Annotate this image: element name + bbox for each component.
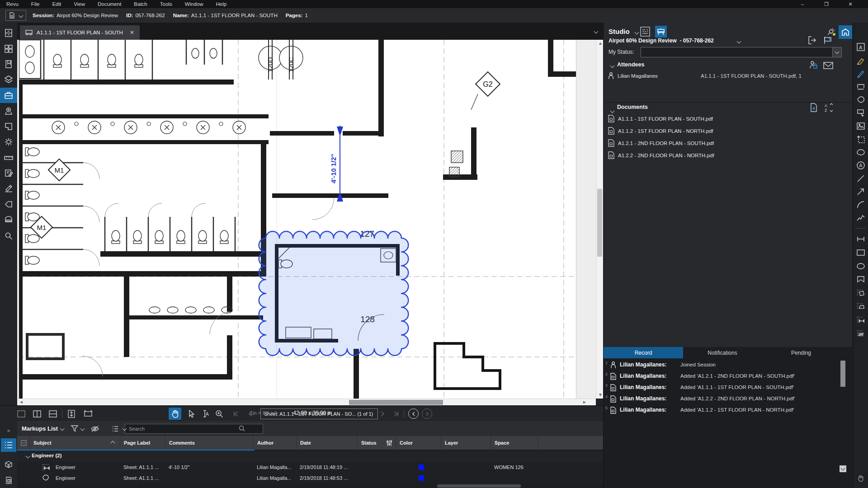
file-access-icon[interactable] — [0, 25, 17, 41]
markups-panel-icon[interactable] — [640, 27, 650, 37]
next-page-icon[interactable] — [376, 408, 389, 420]
tab-close-icon[interactable]: ✕ — [130, 29, 134, 36]
my-status-dropdown-button[interactable] — [832, 47, 842, 57]
arc-tool-icon[interactable] — [857, 201, 865, 209]
measurements-icon[interactable] — [0, 150, 17, 165]
previous-view-button[interactable] — [408, 408, 419, 419]
my-status-dropdown[interactable] — [641, 47, 833, 57]
snapshot-tool-icon[interactable] — [857, 135, 865, 143]
sort-az-icon[interactable]: AZ — [824, 103, 833, 112]
rectangle-sketch-icon[interactable] — [857, 249, 865, 257]
pen-tool-icon[interactable] — [857, 70, 865, 78]
text-tool-icon[interactable]: A — [857, 43, 865, 51]
menu-help[interactable]: Help — [210, 0, 233, 8]
chevron-down-icon[interactable] — [737, 39, 741, 44]
column-header-page-label[interactable]: Page Label — [120, 436, 165, 450]
count-measurement-icon[interactable] — [857, 329, 865, 338]
split-vertical-icon[interactable] — [31, 408, 43, 420]
single-page-view-icon[interactable] — [15, 408, 28, 420]
scroll-left-icon[interactable]: ◄ — [19, 399, 24, 405]
record-entry[interactable]: 3 Lilian Magallanes:Added 'A1.1.1 - 1ST … — [604, 382, 839, 394]
markup-summary-icon[interactable] — [0, 165, 17, 181]
column-header-author[interactable]: Author — [253, 436, 296, 450]
column-header-color[interactable]: Color — [396, 436, 441, 450]
row-icon-column-header[interactable] — [17, 436, 29, 450]
menu-view[interactable]: View — [67, 0, 91, 8]
menu-tools[interactable]: Tools — [154, 0, 179, 8]
javascript-icon[interactable]: JS — [1, 474, 16, 487]
email-icon[interactable] — [823, 62, 833, 69]
length-measurement-markup[interactable]: 4'-10 1/2" — [330, 126, 343, 202]
tab-list-chevron-icon[interactable] — [594, 29, 599, 34]
status-filter-icon[interactable] — [386, 440, 393, 446]
attendee-row[interactable]: Lilian Magallanes A1.1.1 - 1ST FLOOR PLA… — [608, 72, 658, 80]
documents-section-title[interactable]: Documents — [617, 104, 648, 110]
cloud-rectangle-tool-icon[interactable] — [857, 83, 865, 91]
fit-page-icon[interactable] — [65, 408, 78, 420]
split-horizontal-icon[interactable] — [47, 408, 59, 420]
places-icon[interactable] — [0, 103, 17, 118]
line-tool-icon[interactable] — [857, 174, 865, 183]
tab-pending[interactable]: Pending — [762, 347, 840, 358]
last-page-icon[interactable] — [390, 408, 402, 420]
columns-menu-icon[interactable] — [112, 426, 120, 432]
first-page-icon[interactable] — [230, 408, 242, 420]
vertical-scrollbar[interactable]: ▲ ▼ — [596, 40, 603, 399]
polyline-tool-icon[interactable] — [857, 214, 865, 222]
record-entry[interactable]: 2 Lilian Magallanes:Added 'A1.2.1 - 2ND … — [604, 371, 839, 382]
menu-batch[interactable]: Batch — [127, 0, 153, 8]
document-menu-button[interactable] — [5, 10, 26, 21]
markup-row[interactable]: Engineer Sheet: A1.1.1 ... Lilian Magall… — [17, 473, 603, 483]
column-header-space[interactable]: Space — [491, 436, 538, 450]
drawing-canvas[interactable]: G2 M1 M1 120D 120C 127 128 — [17, 40, 603, 399]
studio-session-icon[interactable] — [655, 26, 667, 38]
measure-tool-icon[interactable] — [857, 235, 865, 243]
cell-color-swatch[interactable] — [419, 475, 424, 481]
section-collapse-icon[interactable] — [610, 109, 615, 113]
scroll-right-icon[interactable]: ► — [582, 399, 587, 405]
horizontal-scroll-thumb[interactable] — [349, 400, 443, 405]
callout-tool-icon[interactable] — [857, 109, 865, 117]
properties-icon[interactable] — [0, 134, 17, 150]
record-entry[interactable]: 4 Lilian Magallanes:Added 'A1.2.2 - 2ND … — [604, 394, 839, 405]
leave-session-icon[interactable] — [808, 36, 817, 44]
cloud-markup[interactable] — [259, 231, 409, 356]
ellipse-tool-icon[interactable] — [857, 148, 865, 156]
pan-tool-button[interactable] — [169, 408, 181, 420]
search-icon[interactable] — [0, 228, 17, 244]
add-document-icon[interactable] — [810, 103, 818, 112]
menu-revu[interactable]: Revu — [0, 0, 25, 8]
tool-chest-icon[interactable] — [0, 88, 17, 103]
markup-group-row[interactable]: Engineer (2) — [17, 451, 603, 462]
document-list-item[interactable]: A1.1.2 - 1ST FLOOR PLAN - NORTH.pdf — [608, 127, 713, 135]
fit-width-icon[interactable] — [82, 408, 94, 420]
arrow-tool-icon[interactable] — [857, 188, 865, 196]
section-collapse-icon[interactable] — [610, 64, 615, 68]
select-text-icon[interactable]: A — [199, 408, 212, 420]
flags-icon[interactable] — [0, 197, 17, 212]
record-scroll-down-button[interactable] — [840, 465, 846, 472]
permissions-icon[interactable] — [809, 61, 818, 70]
cell-color-swatch[interactable] — [419, 465, 424, 470]
minimize-button[interactable]: – — [792, 0, 813, 8]
spaces-icon[interactable] — [0, 119, 17, 134]
cloud-polygon-tool-icon[interactable] — [857, 96, 865, 104]
signatures-icon[interactable] — [0, 181, 17, 196]
hide-markups-icon[interactable] — [90, 425, 99, 432]
ellipse-sketch-icon[interactable] — [857, 262, 865, 270]
column-header-layer[interactable]: Layer — [441, 436, 491, 450]
image-tool-icon[interactable] — [857, 122, 865, 130]
chevron-down-icon[interactable] — [60, 427, 65, 431]
zoom-tool-icon[interactable] — [213, 408, 226, 420]
connection-status-icon[interactable] — [826, 27, 836, 37]
table-horizontal-scroll-thumb[interactable] — [437, 484, 521, 488]
attendees-section-title[interactable]: Attendees — [617, 61, 644, 68]
document-list-item[interactable]: A1.2.1 - 2ND FLOOR PLAN - SOUTH.pdf — [608, 139, 714, 147]
panel-access-icon[interactable] — [857, 474, 865, 483]
column-header-comments[interactable]: Comments — [165, 436, 253, 450]
record-entry[interactable]: 1 Lilian Magallanes:Joined Session — [604, 360, 839, 371]
menu-edit[interactable]: Edit — [46, 0, 67, 8]
record-scroll-thumb[interactable] — [840, 361, 845, 387]
menu-document[interactable]: Document — [91, 0, 127, 8]
horizontal-scrollbar[interactable]: ◄ ► — [17, 399, 596, 406]
